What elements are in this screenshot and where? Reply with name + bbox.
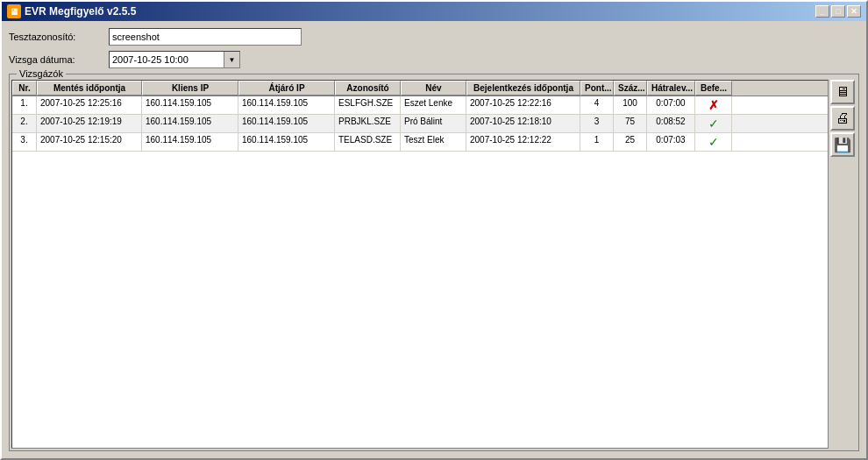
cell-pont: 4 <box>580 96 614 114</box>
cell-kliens: 160.114.159.105 <box>142 115 238 132</box>
maximize-button[interactable]: □ <box>831 5 845 18</box>
col-header-szaz: Száz... <box>614 81 647 96</box>
cell-nr: 3. <box>12 133 37 151</box>
save-button[interactable]: 💾 <box>830 132 855 157</box>
table-row[interactable]: 1. 2007-10-25 12:25:16 160.114.159.105 1… <box>12 96 828 115</box>
fail-icon: ✗ <box>708 98 719 112</box>
pass-icon: ✓ <box>708 117 719 131</box>
title-controls: _ □ ✕ <box>815 5 861 18</box>
cell-kliens: 160.114.159.105 <box>142 96 238 114</box>
cell-befe: ✓ <box>695 133 732 151</box>
col-header-mentes: Mentés időpontja <box>37 81 142 96</box>
cell-pont: 3 <box>580 115 614 132</box>
cell-bejelentkezes: 2007-10-25 12:18:10 <box>466 115 580 132</box>
table-header: Nr. Mentés időpontja Kliens IP Átjáró IP… <box>12 81 828 96</box>
cell-azonosito: PRBJKL.SZE <box>335 115 401 132</box>
window-title: EVR Megfigyelő v2.5.5 <box>25 5 136 18</box>
col-header-azonosito: Azonosító <box>335 81 401 96</box>
monitor-button[interactable]: 🖥 <box>830 80 855 104</box>
cell-hatralev: 0:07:03 <box>647 133 695 151</box>
cell-pont: 1 <box>580 133 614 151</box>
cell-mentes: 2007-10-25 12:19:19 <box>37 115 142 132</box>
tesztazonosito-input[interactable] <box>109 28 302 46</box>
vizsga-datum-row: Vizsga dátuma: ▼ <box>9 51 859 68</box>
vizsgazok-group: Vizsgázók Nr. Mentés időpontja Kliens IP… <box>9 74 859 451</box>
app-icon: 🖥 <box>7 4 21 18</box>
cell-kliens: 160.114.159.105 <box>142 133 238 151</box>
table-body: 1. 2007-10-25 12:25:16 160.114.159.105 1… <box>12 96 828 448</box>
main-window: 🖥 EVR Megfigyelő v2.5.5 _ □ ✕ Tesztazono… <box>0 0 868 460</box>
tesztazonosito-row: Tesztazonosító: <box>9 28 859 46</box>
cell-befe: ✗ <box>695 96 732 114</box>
cell-mentes: 2007-10-25 12:25:16 <box>37 96 142 114</box>
col-header-befe: Befe... <box>695 81 732 96</box>
table-row[interactable]: 3. 2007-10-25 12:15:20 160.114.159.105 1… <box>12 133 828 152</box>
col-header-nr: Nr. <box>12 81 37 96</box>
monitor-icon: 🖥 <box>836 84 850 100</box>
cell-hatralev: 0:08:52 <box>647 115 695 132</box>
cell-nev: Eszet Lenke <box>401 96 466 114</box>
cell-nev: Teszt Elek <box>401 133 466 151</box>
col-header-hatralev: Hátralev... <box>647 81 695 96</box>
vizsga-datum-label: Vizsga dátuma: <box>9 54 105 65</box>
cell-nev: Pró Bálint <box>401 115 466 132</box>
cell-atjaro: 160.114.159.105 <box>238 115 335 132</box>
vizsgazok-table: Nr. Mentés időpontja Kliens IP Átjáró IP… <box>11 80 829 449</box>
cell-atjaro: 160.114.159.105 <box>238 133 335 151</box>
cell-hatralev: 0:07:00 <box>647 96 695 114</box>
col-header-atjaro: Átjáró IP <box>238 81 335 96</box>
dropdown-arrow-button[interactable]: ▼ <box>224 52 239 67</box>
group-title: Vizsgázók <box>17 68 66 79</box>
cell-nr: 1. <box>12 96 37 114</box>
cell-atjaro: 160.114.159.105 <box>238 96 335 114</box>
col-header-pont: Pont... <box>580 81 614 96</box>
printer-button[interactable]: 🖨 <box>830 106 855 131</box>
title-bar: 🖥 EVR Megfigyelő v2.5.5 _ □ ✕ <box>2 2 866 21</box>
cell-szaz: 75 <box>614 115 647 132</box>
close-button[interactable]: ✕ <box>847 5 861 18</box>
cell-azonosito: ESLFGH.SZE <box>335 96 401 114</box>
col-header-bejelentkezes: Bejelentkezés időpontja <box>466 81 580 96</box>
cell-szaz: 25 <box>614 133 647 151</box>
content-area: Tesztazonosító: Vizsga dátuma: ▼ Vizsgáz… <box>2 21 866 458</box>
col-header-kliens: Kliens IP <box>142 81 238 96</box>
vizsga-datum-dropdown[interactable]: ▼ <box>109 51 240 68</box>
save-icon: 💾 <box>834 137 851 153</box>
table-row[interactable]: 2. 2007-10-25 12:19:19 160.114.159.105 1… <box>12 115 828 133</box>
pass-icon: ✓ <box>708 135 719 149</box>
tesztazonosito-label: Tesztazonosító: <box>9 32 105 42</box>
minimize-button[interactable]: _ <box>815 5 829 18</box>
cell-nr: 2. <box>12 115 37 132</box>
cell-azonosito: TELASD.SZE <box>335 133 401 151</box>
cell-befe: ✓ <box>695 115 732 132</box>
group-content: Nr. Mentés időpontja Kliens IP Átjáró IP… <box>11 80 857 449</box>
printer-icon: 🖨 <box>836 110 850 126</box>
vizsga-datum-input[interactable] <box>110 52 224 67</box>
cell-bejelentkezes: 2007-10-25 12:12:22 <box>466 133 580 151</box>
cell-mentes: 2007-10-25 12:15:20 <box>37 133 142 151</box>
side-buttons: 🖥 🖨 💾 <box>830 80 857 449</box>
cell-bejelentkezes: 2007-10-25 12:22:16 <box>466 96 580 114</box>
cell-szaz: 100 <box>614 96 647 114</box>
col-header-nev: Név <box>401 81 466 96</box>
